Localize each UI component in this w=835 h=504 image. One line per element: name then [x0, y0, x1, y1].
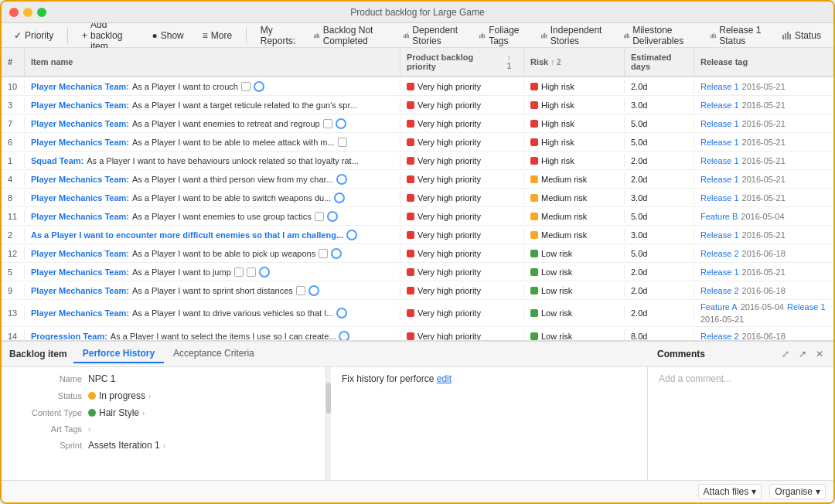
row-days: 2.0d [625, 265, 694, 279]
row-priority: Very high priority [400, 154, 524, 168]
item-tag-icon[interactable] [259, 267, 270, 278]
status-button[interactable]: Status [778, 29, 826, 43]
tab-perforce[interactable]: Perforce History [73, 345, 164, 363]
maximize-button[interactable] [37, 8, 46, 17]
item-checkbox[interactable] [338, 138, 347, 147]
attach-files-button[interactable]: Attach files ▾ [698, 484, 762, 499]
detail-value-content-type[interactable]: Hair Style › [88, 407, 315, 418]
table-row[interactable]: 4 Player Mechanics Team: As a Player I w… [2, 170, 833, 189]
item-checkbox[interactable] [319, 249, 328, 258]
priority-dot [407, 231, 414, 239]
circle-icon: ● [152, 30, 157, 41]
svg-rect-10 [482, 32, 483, 37]
col-header-priority[interactable]: Product backlog priority ↑ 1 [400, 48, 524, 76]
table-row[interactable]: 13 Player Mechanics Team: As a Player I … [2, 300, 833, 327]
organise-button[interactable]: Organise ▾ [769, 484, 826, 499]
row-priority: Very high priority [400, 329, 524, 341]
item-checkbox[interactable] [296, 286, 305, 295]
item-checkbox[interactable] [241, 82, 250, 91]
row-item-name: Player Mechanics Team: As a Player I wan… [25, 79, 400, 94]
item-tag-icon[interactable] [336, 174, 347, 185]
detail-value-status[interactable]: In progress › [88, 390, 315, 401]
dependent-stories-button[interactable]: Dependent Stories [399, 23, 466, 48]
item-tag-icon[interactable] [308, 285, 319, 296]
table-row[interactable]: 11 Player Mechanics Team: As a Player I … [2, 207, 833, 226]
bar-chart-icon-3 [479, 32, 486, 39]
priority-toolbar-item[interactable]: ✓ Priority [9, 29, 58, 43]
risk-dot [530, 231, 538, 239]
foliage-tags-button[interactable]: Foliage Tags [475, 23, 527, 48]
bottom-panel-header: Backlog item Perforce History Acceptance… [2, 342, 833, 367]
table-row[interactable]: 2 As a Player I want to encounter more d… [2, 226, 833, 244]
table-row[interactable]: 14 Progression Team: As a Player I want … [2, 327, 833, 340]
col-header-risk[interactable]: Risk ↑ 2 [524, 48, 625, 76]
risk-dot [530, 268, 538, 276]
item-checkbox[interactable] [234, 267, 244, 277]
item-tag-icon[interactable] [331, 248, 342, 259]
more-button[interactable]: ≡ More [198, 29, 237, 43]
row-item-name: Progression Team: As a Player I want to … [25, 329, 400, 341]
detail-value-sprint[interactable]: Assets Iteration 1 › [88, 440, 315, 451]
item-tag-icon[interactable] [254, 81, 264, 92]
backlog-not-completed-button[interactable]: Backlog Not Completed [309, 23, 390, 48]
risk-dot [530, 83, 538, 90]
priority-dot [407, 287, 414, 295]
detail-label-art-tags: Art Tags [12, 424, 82, 434]
row-item-name: Player Mechanics Team: As a Player I wan… [25, 305, 400, 321]
detail-row-art-tags: Art Tags › [12, 424, 315, 434]
row-days: 3.0d [625, 228, 694, 242]
detail-section: Name NPC 1 Status In progress › [2, 367, 326, 480]
close-button[interactable] [9, 8, 19, 17]
item-checkbox[interactable] [323, 119, 332, 128]
table-row[interactable]: 3 Player Mechanics Team: As a Player I w… [2, 96, 833, 114]
expand-icon[interactable]: ⤢ [779, 348, 792, 360]
item-checkbox[interactable] [315, 212, 324, 221]
row-days: 5.0d [625, 117, 694, 131]
item-tag-icon[interactable] [336, 308, 347, 318]
show-button[interactable]: ● Show [147, 29, 188, 43]
svg-rect-14 [544, 32, 545, 38]
release-1-status-button[interactable]: Release 1 Status [706, 23, 769, 48]
item-tag-icon[interactable] [334, 192, 345, 203]
row-priority: Very high priority [400, 191, 524, 205]
independent-stories-button[interactable]: Independent Stories [537, 23, 610, 48]
table-row[interactable]: 12 Player Mechanics Team: As a Player I … [2, 244, 833, 263]
table-row[interactable]: 10 Player Mechanics Team: As a Player I … [2, 77, 833, 96]
row-risk: Low risk [524, 265, 625, 279]
svg-rect-11 [484, 34, 485, 38]
svg-rect-20 [711, 35, 711, 38]
table-row[interactable]: 1 Squad Team: As a Player I want to have… [2, 152, 833, 170]
row-risk: Low risk [524, 247, 625, 261]
add-comment-field[interactable]: Add a comment... [659, 373, 823, 384]
chevron-right-icon-2: › [142, 409, 145, 417]
risk-dot [530, 309, 538, 317]
detail-value-name: NPC 1 [88, 373, 315, 384]
table-row[interactable]: 7 Player Mechanics Team: As a Player I w… [2, 114, 833, 133]
table-area[interactable]: # Item name Product backlog priority ↑ 1… [2, 48, 833, 340]
row-days: 2.0d [625, 284, 694, 298]
panel-tabs: Perforce History Acceptance Criteria [73, 345, 264, 363]
close-panel-icon[interactable]: ✕ [813, 348, 826, 360]
svg-rect-22 [713, 32, 714, 37]
item-checkbox-2[interactable] [247, 267, 256, 277]
item-tag-icon[interactable] [346, 230, 357, 240]
external-link-icon[interactable]: ↗ [796, 348, 809, 360]
row-priority: Very high priority [400, 209, 524, 223]
milestone-deliverables-button[interactable]: Milestone Deliverables [619, 23, 697, 48]
row-priority: Very high priority [400, 306, 524, 320]
table-row[interactable]: 9 Player Mechanics Team: As a Player I w… [2, 281, 833, 300]
svg-rect-16 [624, 35, 625, 38]
table-row[interactable]: 8 Player Mechanics Team: As a Player I w… [2, 189, 833, 207]
item-tag-icon[interactable] [339, 331, 349, 341]
row-risk: Low risk [524, 284, 625, 298]
detail-value-art-tags[interactable]: › [88, 425, 315, 434]
check-icon: ✓ [14, 30, 22, 41]
perforce-edit-link[interactable]: edit [437, 373, 452, 384]
table-row[interactable]: 5 Player Mechanics Team: As a Player I w… [2, 263, 833, 281]
tab-acceptance[interactable]: Acceptance Criteria [164, 345, 264, 363]
item-tag-icon[interactable] [327, 211, 338, 222]
minimize-button[interactable] [23, 8, 32, 17]
item-tag-icon[interactable] [336, 118, 346, 129]
table-row[interactable]: 6 Player Mechanics Team: As a Player I w… [2, 133, 833, 152]
row-release: Release 1 2016-05-21 [694, 135, 833, 149]
